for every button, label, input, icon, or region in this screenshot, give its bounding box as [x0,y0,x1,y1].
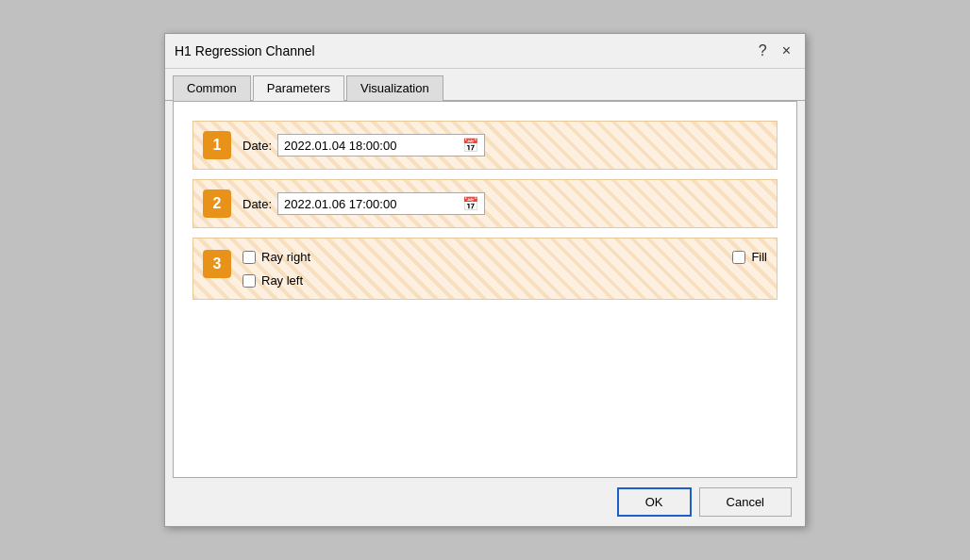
close-button[interactable]: × [778,41,795,60]
dialog: H1 Regression Channel ? × Common Paramet… [164,33,806,527]
ray-left-label: Ray left [261,273,303,288]
parameter-row-2: 2 Date: 📅 [192,179,778,228]
date-label-1: Date: [242,139,272,153]
date-input-wrap-1: 📅 [277,134,485,156]
tab-visualization[interactable]: Visualization [346,75,443,101]
dialog-title: H1 Regression Channel [175,43,315,58]
ray-left-item: Ray left [242,273,303,288]
ray-left-row: Ray left [242,273,767,288]
tab-common[interactable]: Common [173,75,251,101]
date-input-wrap-2: 📅 [277,192,485,215]
parameter-row-1: 1 Date: 📅 [192,121,778,170]
ray-right-label: Ray right [261,250,310,264]
ok-button[interactable]: OK [617,487,692,517]
checkboxes-section: Ray right Fill Ray left [242,250,767,288]
fill-label: Fill [751,250,767,264]
date-label-2: Date: [242,197,272,211]
fill-checkbox[interactable] [732,251,745,264]
ray-right-row: Ray right Fill [242,250,767,264]
footer: OK Cancel [165,478,805,526]
date-input-1[interactable] [284,139,459,153]
calendar-icon-2[interactable]: 📅 [462,196,478,211]
parameter-row-3: 3 Ray right Fill Ray left [192,238,778,300]
help-button[interactable]: ? [754,41,772,60]
date-input-2[interactable] [284,197,459,211]
badge-2: 2 [203,189,231,218]
tab-parameters[interactable]: Parameters [253,75,344,101]
title-bar: H1 Regression Channel ? × [165,34,805,69]
title-buttons: ? × [754,41,795,60]
cancel-button[interactable]: Cancel [699,487,792,517]
ray-right-checkbox[interactable] [242,251,256,264]
calendar-icon-1[interactable]: 📅 [462,138,478,153]
badge-1: 1 [203,131,231,159]
tab-bar: Common Parameters Visualization [165,69,805,101]
ray-left-checkbox[interactable] [242,274,256,288]
content-area: 1 Date: 📅 2 Date: 📅 3 Ray ri [173,101,797,478]
ray-right-item: Ray right [242,250,310,264]
fill-item: Fill [732,250,767,264]
badge-3: 3 [203,250,231,278]
